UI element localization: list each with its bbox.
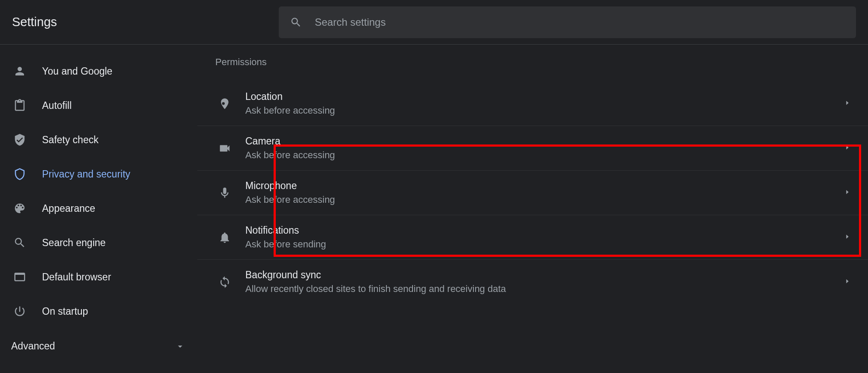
permission-row-notifications[interactable]: Notifications Ask before sending [197, 215, 868, 259]
sync-icon [212, 276, 238, 289]
search-icon [290, 16, 302, 28]
sidebar-item-label: On startup [42, 306, 88, 317]
sidebar-item-default-browser[interactable]: Default browser [0, 260, 197, 294]
chevron-right-icon [844, 278, 851, 286]
page-title: Settings [0, 15, 279, 29]
sidebar-item-safety-check[interactable]: Safety check [0, 123, 197, 157]
app-header: Settings [0, 0, 868, 45]
sidebar-item-you-and-google[interactable]: You and Google [0, 54, 197, 88]
permission-title: Camera [245, 135, 844, 147]
permission-subtitle: Ask before accessing [245, 105, 844, 116]
advanced-label: Advanced [11, 340, 55, 352]
power-icon [11, 305, 28, 318]
chevron-right-icon [844, 233, 851, 242]
shield-icon [11, 168, 28, 180]
search-icon [11, 236, 28, 249]
main-content: Permissions Location Ask before accessin… [197, 45, 868, 373]
permission-row-camera[interactable]: Camera Ask before accessing [197, 126, 868, 170]
search-box[interactable] [279, 6, 856, 38]
permission-subtitle: Allow recently closed sites to finish se… [245, 283, 844, 295]
sidebar-item-label: Safety check [42, 134, 99, 146]
palette-icon [11, 202, 28, 215]
chevron-down-icon [175, 341, 185, 352]
sidebar-item-on-startup[interactable]: On startup [0, 294, 197, 328]
sidebar: You and Google Autofill Safety check Pri… [0, 45, 197, 373]
sidebar-item-label: Search engine [42, 237, 105, 249]
sidebar-item-autofill[interactable]: Autofill [0, 88, 197, 123]
permission-title: Background sync [245, 269, 844, 281]
permission-row-background-sync[interactable]: Background sync Allow recently closed si… [197, 259, 868, 304]
sidebar-item-appearance[interactable]: Appearance [0, 191, 197, 226]
person-icon [11, 65, 28, 78]
location-icon [212, 97, 238, 110]
sidebar-item-search-engine[interactable]: Search engine [0, 226, 197, 260]
shield-check-icon [11, 133, 28, 146]
bell-icon [212, 231, 238, 244]
chevron-right-icon [844, 189, 851, 197]
sidebar-item-label: Appearance [42, 203, 95, 214]
permission-title: Notifications [245, 225, 844, 236]
permission-title: Location [245, 91, 844, 102]
permission-subtitle: Ask before sending [245, 239, 844, 250]
permissions-list: Location Ask before accessing Camera Ask… [197, 81, 868, 304]
permission-row-microphone[interactable]: Microphone Ask before accessing [197, 170, 868, 215]
permission-subtitle: Ask before accessing [245, 194, 844, 205]
permission-row-location[interactable]: Location Ask before accessing [197, 81, 868, 126]
sidebar-advanced-toggle[interactable]: Advanced [0, 328, 197, 352]
permission-title: Microphone [245, 180, 844, 192]
section-title: Permissions [197, 57, 868, 81]
chevron-right-icon [844, 99, 851, 108]
browser-icon [11, 271, 28, 283]
sidebar-item-privacy-security[interactable]: Privacy and security [0, 157, 197, 191]
sidebar-item-label: Autofill [42, 100, 72, 111]
permission-subtitle: Ask before accessing [245, 150, 844, 161]
microphone-icon [212, 186, 238, 199]
chevron-right-icon [844, 144, 851, 153]
sidebar-item-label: You and Google [42, 66, 112, 77]
sidebar-item-label: Default browser [42, 271, 111, 283]
search-input[interactable] [315, 16, 856, 28]
clipboard-icon [11, 99, 28, 112]
camera-icon [212, 142, 238, 155]
sidebar-item-label: Privacy and security [42, 168, 130, 180]
